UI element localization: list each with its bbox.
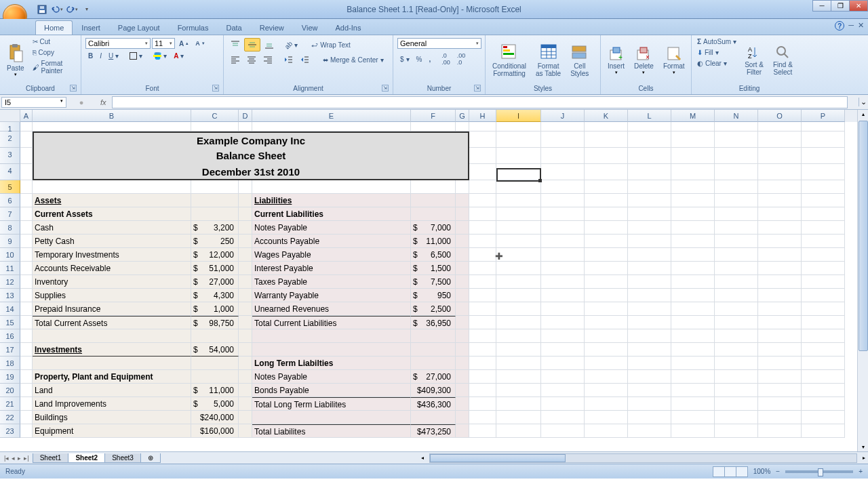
formula-input[interactable] [112, 96, 848, 108]
format-painter-button[interactable]: 🖌Format Painter [30, 58, 78, 76]
tab-add-ins[interactable]: Add-Ins [326, 20, 370, 35]
horizontal-scrollbar[interactable] [429, 453, 857, 463]
row-header-13[interactable]: 13 [0, 289, 20, 302]
row-header-16[interactable]: 16 [0, 329, 20, 343]
decrease-indent-button[interactable] [281, 54, 296, 66]
sort-filter-button[interactable]: AZSort & Filter [741, 37, 768, 84]
maximize-button[interactable]: ❐ [831, 0, 850, 12]
increase-indent-button[interactable] [297, 54, 312, 66]
clear-button[interactable]: ◐Clear▾ [694, 58, 739, 68]
tab-formulas[interactable]: Formulas [169, 20, 218, 35]
row-header-14[interactable]: 14 [0, 302, 20, 316]
office-button[interactable] [0, 0, 30, 19]
grow-font-button[interactable]: A▴ [176, 38, 191, 49]
number-launcher[interactable]: ⇲ [474, 85, 481, 92]
column-header-P[interactable]: P [802, 110, 845, 122]
tab-insert[interactable]: Insert [73, 20, 109, 35]
column-header-H[interactable]: H [469, 110, 496, 122]
qat-customize-icon[interactable]: ▾ [80, 3, 94, 16]
row-header-18[interactable]: 18 [0, 357, 20, 370]
row-header-19[interactable]: 19 [0, 370, 20, 384]
font-size-combo[interactable]: 11▾ [152, 38, 175, 49]
align-bottom-button[interactable] [262, 39, 277, 51]
expand-formula-bar[interactable]: ⌄ [859, 98, 868, 106]
format-as-table-button[interactable]: Format as Table [532, 37, 565, 84]
zoom-in-button[interactable]: + [859, 468, 863, 475]
shrink-font-button[interactable]: A▾ [193, 38, 208, 49]
select-all-corner[interactable] [0, 110, 20, 122]
row-header-9[interactable]: 9 [0, 235, 20, 248]
tab-page-layout[interactable]: Page Layout [109, 20, 169, 35]
find-select-button[interactable]: Find & Select [769, 37, 797, 84]
row-header-23[interactable]: 23 [0, 424, 20, 438]
fill-button[interactable]: ⬇Fill▾ [694, 47, 739, 58]
column-header-A[interactable]: A [20, 110, 33, 122]
align-middle-button[interactable] [244, 38, 260, 52]
page-layout-view-button[interactable] [724, 466, 736, 477]
align-right-button[interactable] [260, 54, 275, 66]
zoom-slider[interactable] [785, 470, 853, 473]
tab-view[interactable]: View [293, 20, 327, 35]
column-header-M[interactable]: M [671, 110, 715, 122]
paste-button[interactable]: Paste ▾ [3, 37, 28, 84]
cell-styles-button[interactable]: Cell Styles [566, 37, 593, 84]
sheet-tab-1[interactable]: Sheet1 [33, 453, 69, 463]
row-header-12[interactable]: 12 [0, 275, 20, 289]
accounting-format-button[interactable]: $▾ [397, 51, 412, 67]
column-header-B[interactable]: B [33, 110, 191, 122]
row-header-17[interactable]: 17 [0, 343, 20, 357]
sheet-nav-last[interactable]: ▸| [22, 455, 30, 462]
merge-center-button[interactable]: ⬌Merge & Center▾ [320, 55, 387, 65]
row-header-4[interactable]: 4 [0, 164, 20, 180]
tab-data[interactable]: Data [217, 20, 250, 35]
column-header-F[interactable]: F [411, 110, 456, 122]
border-button[interactable]: ▾ [127, 51, 145, 61]
close-workbook-icon[interactable]: ✕ [858, 21, 864, 30]
page-break-view-button[interactable] [736, 466, 748, 477]
bold-button[interactable]: B [85, 51, 96, 61]
hscroll-right[interactable]: ▸ [860, 455, 868, 461]
sheet-nav-prev[interactable]: ◂ [10, 455, 16, 462]
orientation-button[interactable]: ab▾ [282, 40, 300, 50]
tab-home[interactable]: Home [35, 20, 73, 35]
new-sheet-button[interactable]: ⊕ [140, 453, 161, 463]
column-header-L[interactable]: L [628, 110, 671, 122]
name-box[interactable]: I5▾ [1, 97, 66, 108]
column-header-C[interactable]: C [191, 110, 239, 122]
row-header-6[interactable]: 6 [0, 194, 20, 207]
column-header-N[interactable]: N [715, 110, 758, 122]
wrap-text-button[interactable]: ⮐Wrap Text [309, 40, 353, 50]
column-header-I[interactable]: I [496, 110, 541, 122]
qat-redo-icon[interactable]: ▾ [65, 3, 79, 16]
fill-color-button[interactable]: 🪣▾ [151, 51, 170, 61]
zoom-out-button[interactable]: − [776, 468, 780, 475]
font-color-button[interactable]: A▾ [171, 51, 186, 61]
hscroll-left[interactable]: ◂ [418, 455, 427, 461]
column-header-G[interactable]: G [456, 110, 469, 122]
conditional-formatting-button[interactable]: Conditional Formatting [488, 37, 530, 84]
clipboard-launcher[interactable]: ⇲ [70, 85, 77, 92]
row-header-1[interactable]: 1 [0, 122, 20, 131]
row-header-2[interactable]: 2 [0, 131, 20, 148]
column-header-D[interactable]: D [239, 110, 252, 122]
align-center-button[interactable] [244, 54, 259, 66]
font-name-combo[interactable]: Calibri▾ [85, 38, 151, 49]
row-header-3[interactable]: 3 [0, 148, 20, 164]
alignment-launcher[interactable]: ⇲ [382, 85, 389, 92]
copy-button[interactable]: ⎘Copy [30, 47, 78, 58]
increase-decimal-button[interactable]: .0.00 [439, 51, 453, 67]
percent-format-button[interactable]: % [414, 51, 425, 67]
underline-button[interactable]: U▾ [106, 51, 121, 61]
close-button[interactable]: ✕ [849, 0, 868, 12]
normal-view-button[interactable] [713, 466, 725, 477]
row-header-11[interactable]: 11 [0, 262, 20, 275]
help-icon[interactable]: ? [835, 21, 844, 30]
sheet-nav-next[interactable]: ▸ [16, 455, 22, 462]
number-format-combo[interactable]: General▾ [397, 38, 481, 49]
tab-review[interactable]: Review [251, 20, 293, 35]
row-header-22[interactable]: 22 [0, 411, 20, 424]
sheet-nav-first[interactable]: |◂ [3, 455, 10, 462]
minimize-button[interactable]: ─ [812, 0, 831, 12]
italic-button[interactable]: I [97, 51, 104, 61]
fx-icon[interactable]: fx [95, 98, 112, 106]
